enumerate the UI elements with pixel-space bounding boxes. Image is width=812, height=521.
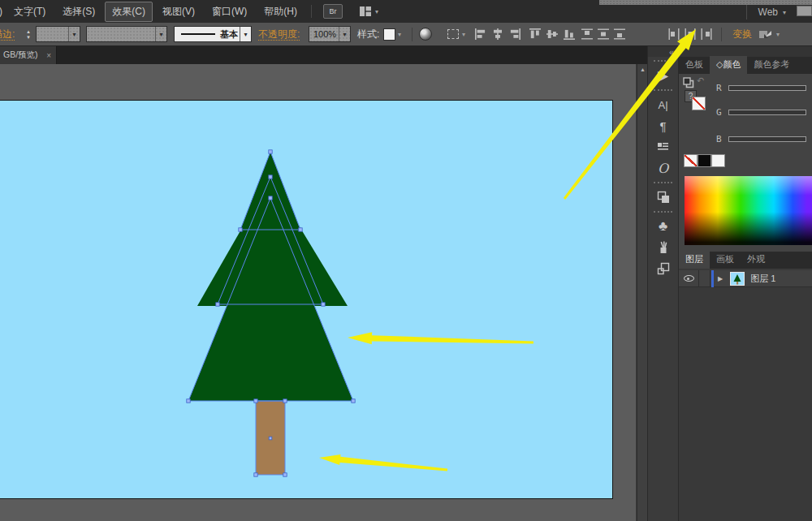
distribute-v-bottom-button[interactable] bbox=[612, 26, 626, 42]
chevron-down-icon: ▾ bbox=[783, 9, 786, 16]
document-tab[interactable]: GB/预览) × bbox=[0, 46, 57, 64]
dock-gripper[interactable] bbox=[654, 182, 672, 184]
links-panel-icon[interactable] bbox=[648, 258, 678, 279]
channel-label: G bbox=[716, 107, 723, 118]
align-left-button[interactable] bbox=[473, 26, 487, 42]
close-icon[interactable]: × bbox=[46, 51, 51, 60]
stroke-weight-combo[interactable]: ▾ bbox=[36, 26, 80, 42]
color-spectrum[interactable] bbox=[685, 176, 812, 245]
menu-item-view[interactable]: 视图(V) bbox=[155, 2, 202, 22]
layer-thumbnail[interactable] bbox=[730, 272, 745, 286]
menu-item-select[interactable]: 选择(S) bbox=[55, 2, 102, 22]
tab-color-guide[interactable]: 颜色参考 bbox=[747, 56, 796, 74]
menu-item-type[interactable]: 文字(T) bbox=[6, 2, 53, 22]
isolate-selection-combo[interactable]: ▾ bbox=[758, 26, 780, 42]
panel-dock: « ▶ A| ¶ O ♣ bbox=[647, 46, 679, 521]
workspace-layout-button[interactable]: ▾ bbox=[359, 6, 378, 17]
vertical-scrollbar[interactable]: ▲ bbox=[637, 64, 647, 521]
tab-artboards[interactable]: 画板 bbox=[710, 251, 741, 269]
chevron-down-icon[interactable]: ▾ bbox=[776, 31, 780, 38]
document-tab-bar: GB/预览) × bbox=[0, 46, 647, 64]
align-bottom-button[interactable] bbox=[562, 26, 576, 42]
document-tab-title[interactable]: GB/预览) bbox=[3, 50, 38, 61]
stroke-weight-stepper[interactable]: ▴ ▾ bbox=[24, 26, 33, 42]
none-swatch[interactable] bbox=[684, 154, 698, 167]
align-v-center-button[interactable] bbox=[545, 26, 559, 42]
menubar-separator bbox=[311, 5, 312, 18]
chevron-down-icon[interactable]: ▾ bbox=[68, 27, 80, 41]
controlbar-separator bbox=[412, 28, 412, 41]
distribute-h-center-button[interactable] bbox=[683, 26, 697, 42]
swap-fill-stroke-icon[interactable]: ↶ bbox=[697, 75, 704, 86]
align-top-button[interactable] bbox=[528, 26, 542, 42]
r-slider[interactable] bbox=[728, 85, 806, 91]
paragraph-panel-icon[interactable]: ¶ bbox=[648, 115, 678, 136]
artboard[interactable] bbox=[0, 100, 613, 499]
opentype-panel-icon[interactable]: O bbox=[648, 157, 678, 179]
style-swatch-combo[interactable]: ▾ bbox=[383, 26, 401, 42]
dock-collapse-button[interactable]: « bbox=[648, 46, 678, 57]
select-behind-icon bbox=[758, 28, 773, 40]
distribute-v-top-button[interactable] bbox=[580, 26, 594, 42]
bridge-button[interactable]: Br bbox=[323, 4, 343, 19]
chevron-down-icon[interactable]: ▾ bbox=[339, 27, 350, 41]
black-swatch[interactable] bbox=[698, 154, 711, 167]
distribute-h-right-button[interactable] bbox=[699, 26, 713, 42]
paragraph-styles-panel-icon[interactable] bbox=[648, 136, 678, 157]
dock-gripper[interactable] bbox=[654, 211, 672, 213]
tab-color[interactable]: ◇颜色 bbox=[710, 56, 747, 74]
chevron-down-icon[interactable]: ▾ bbox=[155, 27, 166, 41]
workspace-switcher[interactable]: Web ▾ bbox=[746, 5, 786, 19]
workspace-label[interactable]: Web bbox=[758, 6, 778, 18]
channel-row-g: G bbox=[716, 107, 806, 118]
pasteboard[interactable] bbox=[0, 64, 636, 521]
chevron-down-icon: ▾ bbox=[375, 8, 378, 15]
chevron-down-icon[interactable]: ▾ bbox=[240, 27, 251, 41]
align-right-button[interactable] bbox=[508, 26, 521, 42]
distribute-h-left-button[interactable] bbox=[667, 26, 680, 42]
align-h-center-button[interactable] bbox=[490, 26, 504, 42]
channel-row-b: B bbox=[716, 134, 806, 144]
stroke-label[interactable]: 描边: bbox=[0, 28, 15, 41]
white-swatch[interactable] bbox=[711, 154, 725, 167]
dock-gripper[interactable] bbox=[654, 60, 672, 62]
brush-definition-value: 基本 bbox=[220, 28, 238, 41]
width-profile-combo[interactable]: ▾ bbox=[86, 26, 167, 42]
control-bar: 描边: ▴ ▾ ▾ ▾ 基本 ▾ 不透明度: 100% ▾ 样式: ▾ bbox=[0, 23, 812, 46]
stepper-up-icon[interactable]: ▴ bbox=[27, 28, 30, 34]
g-slider[interactable] bbox=[728, 110, 806, 115]
brush-definition-combo[interactable]: 基本 ▾ bbox=[174, 26, 252, 42]
workspace-grid-icon bbox=[359, 6, 372, 17]
brushes-panel-icon[interactable] bbox=[648, 237, 678, 258]
tab-appearance[interactable]: 外观 bbox=[741, 251, 771, 269]
menu-item-help[interactable]: 帮助(H) bbox=[257, 2, 304, 22]
menu-item-effect[interactable]: 效果(C) bbox=[105, 2, 153, 22]
transform-link[interactable]: 变换 bbox=[732, 28, 752, 41]
align-to-selection-combo[interactable]: ▾ bbox=[447, 26, 465, 42]
menu-item-clipped: ) bbox=[0, 2, 4, 20]
recolor-artwork-icon[interactable] bbox=[419, 28, 432, 41]
menu-item-window[interactable]: 窗口(W) bbox=[205, 2, 254, 22]
expand-triangle-icon[interactable]: ▶ bbox=[718, 275, 723, 282]
character-panel-icon[interactable]: A| bbox=[648, 94, 678, 115]
opacity-label[interactable]: 不透明度: bbox=[258, 28, 300, 41]
stroke-panel-icon[interactable]: ▶ bbox=[648, 65, 678, 86]
opacity-combo[interactable]: 100% ▾ bbox=[309, 26, 351, 42]
tab-swatches[interactable]: 色板 bbox=[679, 56, 710, 74]
transparency-panel-icon[interactable] bbox=[648, 187, 678, 208]
symbols-panel-icon[interactable]: ♣ bbox=[648, 216, 678, 237]
layer-name[interactable]: 图层 1 bbox=[750, 273, 775, 285]
chevron-down-icon[interactable]: ▾ bbox=[398, 31, 401, 38]
fill-stroke-mini-icon[interactable] bbox=[683, 77, 694, 88]
visibility-toggle[interactable] bbox=[679, 270, 699, 287]
dock-gripper[interactable] bbox=[654, 89, 672, 92]
lock-toggle[interactable] bbox=[699, 270, 710, 287]
style-swatch[interactable] bbox=[383, 28, 395, 41]
stroke-none-swatch[interactable] bbox=[692, 97, 706, 110]
tab-layers[interactable]: 图层 bbox=[679, 251, 710, 269]
b-slider[interactable] bbox=[728, 136, 806, 142]
stepper-down-icon[interactable]: ▾ bbox=[27, 34, 30, 40]
chevron-down-icon[interactable]: ▾ bbox=[462, 31, 465, 38]
distribute-v-center-button[interactable] bbox=[596, 26, 610, 42]
layer-row[interactable]: ▶ 图层 1 bbox=[679, 270, 812, 287]
